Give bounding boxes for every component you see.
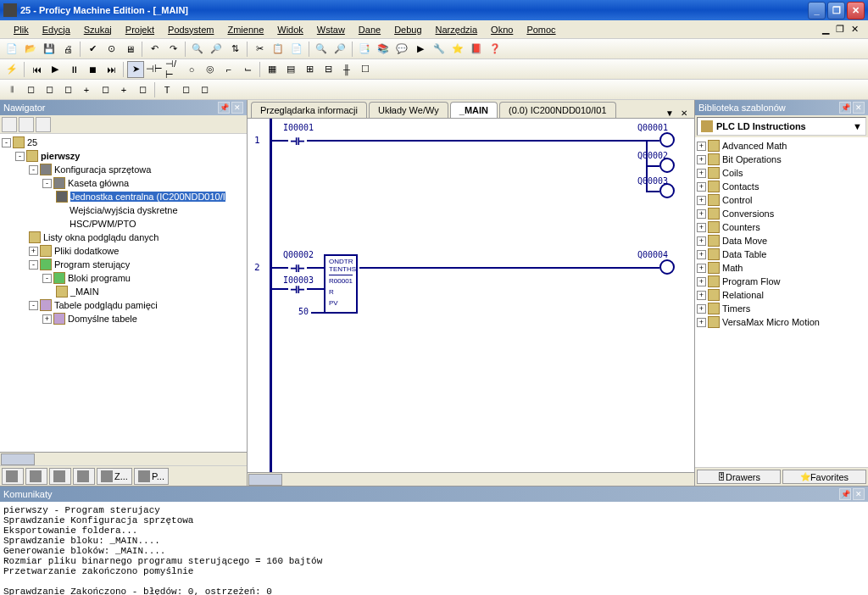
seg-icon[interactable]: ╫: [338, 61, 355, 78]
msg-icon[interactable]: 💬: [393, 41, 410, 58]
lib-item[interactable]: Timers: [722, 303, 750, 314]
lib-item[interactable]: Control: [722, 195, 752, 205]
messages-output[interactable]: pierwszy - Program sterujacy Sprawdzanie…: [0, 502, 868, 595]
tree-toggle[interactable]: -: [29, 301, 38, 310]
bolt-icon[interactable]: ⚡: [3, 61, 20, 78]
grid-icon[interactable]: ▦: [264, 61, 281, 78]
plus2-icon[interactable]: +: [115, 81, 132, 98]
close-button[interactable]: ✕: [847, 2, 865, 19]
menu-szukaj[interactable]: Szukaj: [77, 23, 119, 36]
find-icon[interactable]: 🔍: [313, 41, 330, 58]
tab-info[interactable]: Przeglądarka informacji: [251, 102, 367, 118]
nav-icon[interactable]: 📑: [356, 41, 373, 58]
menu-pomoc[interactable]: Pomoc: [520, 23, 562, 36]
tree-item[interactable]: Bloki programu: [68, 273, 131, 283]
mdi-minimize[interactable]: ▁: [820, 24, 832, 35]
sq2-icon[interactable]: ◻: [41, 81, 58, 98]
coil[interactable]: [659, 132, 675, 147]
align-icon[interactable]: ⫴: [3, 81, 20, 98]
sort-icon[interactable]: ⇅: [226, 41, 243, 58]
panel-pin-icon[interactable]: 📌: [839, 102, 851, 114]
tree-toggle[interactable]: +: [697, 291, 706, 300]
tree-toggle[interactable]: -: [42, 274, 52, 283]
coil[interactable]: [659, 259, 675, 275]
tree-item[interactable]: _MAIN: [70, 286, 99, 297]
lib-item[interactable]: Conversions: [722, 209, 774, 219]
coil[interactable]: [659, 158, 675, 173]
t-icon[interactable]: T: [159, 81, 175, 98]
tree-toggle[interactable]: -: [29, 260, 38, 270]
tree-toggle[interactable]: +: [42, 314, 52, 324]
find2-icon[interactable]: 🔎: [331, 41, 348, 58]
tree-toggle[interactable]: +: [29, 247, 38, 256]
library-tree[interactable]: +Advanced Math +Bit Operations +Coils +C…: [695, 137, 868, 467]
sq7-icon[interactable]: ◻: [196, 81, 213, 98]
branch-icon[interactable]: ⌙: [239, 61, 256, 78]
tree-item-selected[interactable]: Jednostka centralna (IC200NDD010/I: [70, 192, 225, 202]
lib-item[interactable]: Advanced Math: [722, 141, 787, 151]
lib-item[interactable]: Data Move: [722, 236, 767, 246]
paste-icon[interactable]: 📄: [288, 41, 305, 58]
new-icon[interactable]: 📄: [3, 41, 20, 58]
tab-dropdown-icon[interactable]: ▼: [662, 108, 677, 118]
wrench-icon[interactable]: 🔧: [431, 41, 448, 58]
panel-close-icon[interactable]: ✕: [853, 102, 865, 114]
coil2-icon[interactable]: ◎: [202, 61, 219, 78]
contact-no[interactable]: [288, 282, 307, 296]
lib-item[interactable]: Math: [722, 263, 743, 273]
tab-drawers[interactable]: 🗄 Drawers: [697, 470, 781, 484]
nav-scrollbar[interactable]: [0, 452, 247, 465]
target-icon[interactable]: ⊙: [103, 41, 120, 58]
nc-contact-icon[interactable]: ⊣/⊢: [164, 61, 181, 78]
tree-toggle[interactable]: +: [697, 264, 706, 273]
save-icon[interactable]: 💾: [41, 41, 58, 58]
zoom-out-icon[interactable]: 🔎: [208, 41, 225, 58]
monitor-icon[interactable]: 🖥: [121, 41, 138, 58]
play-icon[interactable]: ▶: [47, 61, 64, 78]
pointer-icon[interactable]: ➤: [127, 61, 144, 78]
tree-item[interactable]: Tabele podglądu pamięci: [54, 300, 158, 310]
tree-toggle[interactable]: +: [697, 223, 706, 232]
run-icon[interactable]: ▶: [412, 41, 429, 58]
check-icon[interactable]: ✔: [84, 41, 101, 58]
menu-plik[interactable]: Plik: [7, 23, 36, 36]
ladder-editor[interactable]: I00001 1 Q00001 Q00002 Q00003 2 Q00002 O…: [248, 119, 694, 472]
editor-scrollbar[interactable]: [248, 472, 694, 486]
lib-item[interactable]: Bit Operations: [722, 154, 782, 164]
no-contact-icon[interactable]: ⊣⊢: [146, 61, 163, 78]
tree-toggle[interactable]: +: [697, 318, 706, 327]
nav-tab5[interactable]: Z...: [97, 468, 132, 485]
nav-tab4[interactable]: [73, 468, 95, 485]
stop-icon[interactable]: ⏹: [84, 61, 101, 78]
tree-item[interactable]: Domyślne tabele: [68, 314, 137, 324]
copy-icon[interactable]: 📋: [270, 41, 287, 58]
lib-item[interactable]: Relational: [722, 290, 764, 300]
tree-toggle[interactable]: +: [697, 142, 706, 151]
tree-toggle[interactable]: +: [697, 304, 706, 314]
box-icon[interactable]: ☐: [357, 61, 374, 78]
zoom-in-icon[interactable]: 🔍: [189, 41, 206, 58]
tab-cpu[interactable]: (0.0) IC200NDD010/I01: [499, 102, 616, 118]
library-selector[interactable]: PLC LD Instructions ▼: [697, 117, 866, 136]
tree-item[interactable]: Pliki dodatkowe: [54, 246, 119, 256]
sq5-icon[interactable]: ◻: [134, 81, 151, 98]
timer-block[interactable]: ONDTR TENTHS R00001 R PV: [324, 254, 358, 314]
lib-icon[interactable]: 📚: [375, 41, 392, 58]
nav-btn3[interactable]: [36, 117, 51, 132]
tab-favorites[interactable]: ⭐ Favorites: [782, 470, 866, 484]
plus-icon[interactable]: +: [78, 81, 95, 98]
tree-toggle[interactable]: -: [2, 138, 11, 147]
del-icon[interactable]: ⊟: [320, 61, 337, 78]
panel-pin-icon[interactable]: 📌: [218, 102, 230, 114]
tree-item[interactable]: Kaseta główna: [68, 178, 129, 188]
star-icon[interactable]: ⭐: [449, 41, 466, 58]
tree-toggle[interactable]: -: [15, 152, 25, 161]
panel-pin-icon[interactable]: 📌: [839, 488, 851, 500]
menu-widok[interactable]: Widok: [270, 23, 310, 36]
lib-item[interactable]: Counters: [722, 222, 760, 232]
play-begin-icon[interactable]: ⏮: [28, 61, 45, 78]
menu-wstaw[interactable]: Wstaw: [310, 23, 352, 36]
tree-item[interactable]: Program sterujący: [54, 259, 130, 270]
mdi-restore[interactable]: ❐: [833, 24, 847, 35]
contact-no[interactable]: [288, 134, 307, 147]
